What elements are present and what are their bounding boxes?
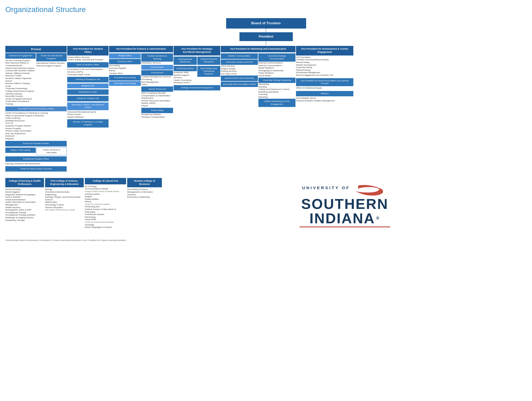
vp-govt-box: Vice President for Government Affairs an… bbox=[296, 78, 353, 86]
romain-college-col: Romain College of Business Accounting & … bbox=[127, 178, 162, 198]
vp-student-affairs-box: Vice President for Student Affairs bbox=[67, 46, 109, 55]
provost-bottom-row: David L. Rice Library Career Services & … bbox=[5, 147, 67, 155]
multicultural-box: Multicultural Center bbox=[67, 89, 109, 95]
adult-learner-box: Center for Adult Learner Success bbox=[5, 166, 67, 172]
enrollment-top: Undergraduate Admissions Student Financi… bbox=[174, 57, 220, 65]
business-box: Business Office bbox=[109, 59, 141, 64]
vp-marketing-box: Vice President for Marketing and Communi… bbox=[221, 46, 295, 52]
dean-students-box: Dean of Students Office bbox=[67, 62, 109, 68]
undergrad-box: Undergraduate Admissions bbox=[174, 57, 197, 65]
enrollment-left: Undergraduate Admissions bbox=[174, 57, 197, 65]
pott-items: Biology Chemistry & Biochemistry Enginee… bbox=[45, 188, 84, 211]
public-safety-box: Public Safety bbox=[141, 108, 173, 113]
campus-life-box: Center for Campus Life bbox=[67, 96, 109, 101]
athletic-fan-box: Athletic Marketing and Fan Engagement bbox=[258, 99, 295, 107]
assoc-provost-box: Associate Provost for Academic Affairs bbox=[5, 106, 67, 111]
provost-left-col: Outreach & Engagement Service Learning P… bbox=[5, 53, 36, 105]
govt-sub: Office of Institutional Equity bbox=[296, 87, 353, 89]
romain-items: Accounting & Finance Management & Inform… bbox=[127, 188, 162, 198]
enrollment-right: Student Financial Assistance bbox=[197, 57, 221, 65]
new-student-box: New Student and Transitional Programs bbox=[197, 66, 221, 77]
top-hierarchy: Board of Trustees President bbox=[5, 18, 527, 45]
provost-top-row: Outreach & Engagement Service Learning P… bbox=[5, 53, 67, 105]
footnote: *Internal Audit reports functionally to … bbox=[5, 239, 527, 241]
org-chart: Organizational Structure Board of Truste… bbox=[5, 5, 527, 241]
procurement-sub: Contract Management ServicesPurchasingRi… bbox=[141, 76, 173, 86]
vp-development-column: Vice President for Development & Alumni … bbox=[296, 46, 353, 102]
foundation-box: Foundation Accounting bbox=[109, 75, 141, 80]
business-sub: AccountingAccounts PayableBursarCampus S… bbox=[109, 64, 141, 74]
athletic-comm-box: Athletic Communication bbox=[221, 53, 258, 59]
library-col: David L. Rice Library bbox=[5, 147, 36, 155]
assoc-provost-sub: Center for Excellence in Teaching & Lear… bbox=[5, 112, 67, 140]
strategic-marketing-box: University Strategic Marketing bbox=[258, 78, 295, 83]
indiana-text: INDIANA bbox=[310, 211, 375, 225]
bottom-section: College of Nursing & Health Professions … bbox=[5, 178, 527, 233]
nursing-college-box: College of Nursing & Health Professions bbox=[5, 178, 44, 187]
vp-development-box: Vice President for Development & Alumni … bbox=[296, 46, 353, 55]
nursing-college-col: College of Nursing & Health Professions … bbox=[5, 178, 44, 221]
strategic-comm-sub: External CommunicationsInternal Communic… bbox=[258, 62, 295, 77]
rec-box: Recreation, Fitness, and Wellness Center bbox=[67, 102, 109, 110]
grad-studies-box: School of Graduate Studies bbox=[5, 141, 67, 146]
facility-sub: Distribution Services bbox=[141, 62, 173, 64]
marketing-right: University Strategic Communication Exter… bbox=[258, 53, 295, 107]
analytics-box: Institutional Analytics Office bbox=[5, 156, 67, 162]
page-title: Organizational Structure bbox=[5, 5, 527, 14]
vp-student-affairs-column: Vice President for Student Affairs Stude… bbox=[67, 46, 109, 128]
univ-div-col: University Division Academic SkillsStude… bbox=[174, 66, 197, 84]
marketing-top: Athletic Communication University Creati… bbox=[221, 53, 295, 107]
facility-box: Facility Operations & Planning bbox=[141, 53, 173, 62]
nursing-items: Dental Assisting Dental Hygiene Diagnost… bbox=[5, 188, 44, 221]
creative-print-box: University Creative and Print bbox=[221, 59, 258, 65]
usi-swish-graphic: UNIVERSITY OF bbox=[299, 183, 390, 197]
outreach-sub: Service Learning Program New Harmony Gal… bbox=[5, 59, 36, 105]
liberal-arts-col: College of Liberal Arts Art & Design Com… bbox=[85, 178, 126, 229]
budget-box: Budget Office bbox=[109, 53, 141, 58]
financial-box: Student Financial Assistance bbox=[197, 57, 221, 65]
president-box: President bbox=[239, 32, 293, 41]
pott-college-box: Pott College of Science, Engineering & E… bbox=[45, 178, 84, 187]
dev-sub: USI Foundation USI/New Harmony Advisory … bbox=[296, 56, 353, 77]
hr-sub: ADA Compliance BenefitsCompensation & Cl… bbox=[141, 92, 173, 107]
strategic-enroll-box: Strategic Enrollment Management bbox=[174, 85, 220, 90]
ps-sub: Emergency DispatchParking & Transportati… bbox=[141, 113, 173, 118]
southern-text: SOUTHERN bbox=[301, 197, 388, 211]
housing-box: Housing & Residence Life bbox=[67, 77, 109, 82]
marketing-left: Athletic Communication University Creati… bbox=[221, 53, 258, 107]
sm-sub: AdvertisingBrandingCollege and Departmen… bbox=[258, 83, 295, 98]
procurement-box: Procurement bbox=[141, 70, 173, 76]
web-digital-box: University Web and Digital Content bbox=[221, 82, 258, 87]
board-box: Board of Trustees bbox=[226, 18, 306, 29]
special-events-box: Special Events and Scheduling bbox=[221, 76, 258, 81]
athletics-box: Athletics bbox=[296, 91, 353, 96]
romain-college-box: Romain College of Business bbox=[127, 178, 162, 187]
svg-text:UNIVERSITY OF: UNIVERSITY OF bbox=[302, 185, 350, 190]
planning-sub: Planning, Research and Assessment bbox=[5, 162, 67, 165]
provost-box: Provost bbox=[5, 46, 67, 53]
liberal-arts-box: College of Liberal Arts bbox=[85, 178, 126, 184]
vp-enrollment-box: Vice President for Strategic Enrollment … bbox=[174, 46, 220, 55]
student-affairs-sub: Student Affairs Services Justice, Equity… bbox=[67, 56, 109, 61]
provost-column: Provost Outreach & Engagement Service Le… bbox=[5, 46, 67, 172]
intl-sub: International Student Services Intensive… bbox=[36, 62, 67, 67]
vp-marketing-column: Vice President for Marketing and Communi… bbox=[221, 46, 295, 107]
vp-row: Provost Outreach & Engagement Service Le… bbox=[5, 46, 527, 172]
finance-left: Budget Office Business Office Accounting… bbox=[109, 53, 141, 118]
new-student-col: New Student and Transitional Programs bbox=[197, 66, 221, 84]
enrollment-mid: University Division Academic SkillsStude… bbox=[174, 66, 220, 84]
dean-sub: Counseling Center and Psychological Serv… bbox=[67, 68, 109, 76]
intl-programs-box: Center for International Programs bbox=[36, 53, 67, 61]
indiana-row: INDIANA ® bbox=[310, 211, 380, 225]
religious-box: Religious Life bbox=[67, 84, 109, 88]
pathways-box: Director of Pathways to College Program bbox=[67, 119, 109, 128]
liberal-arts-items: Art & Design Communication & Media Scrip… bbox=[85, 185, 126, 229]
internal-audit-box: Internal Audit* bbox=[141, 65, 173, 70]
vp-finance-box: Vice President for Finance & Administrat… bbox=[109, 46, 173, 52]
career-col: Career Services & Internships bbox=[36, 147, 67, 155]
usi-logo-area: UNIVERSITY OF SOUTHERN INDIANA ® bbox=[163, 178, 527, 233]
univ-div-box: University Division bbox=[174, 66, 197, 71]
strategic-comm-box: University Strategic Communication bbox=[258, 53, 295, 62]
athletics-sub: Intercollegiate Sports Physical Activiti… bbox=[296, 97, 353, 102]
creative-sub: Client ServicesGraphic DesignPrinting Se… bbox=[221, 65, 258, 75]
